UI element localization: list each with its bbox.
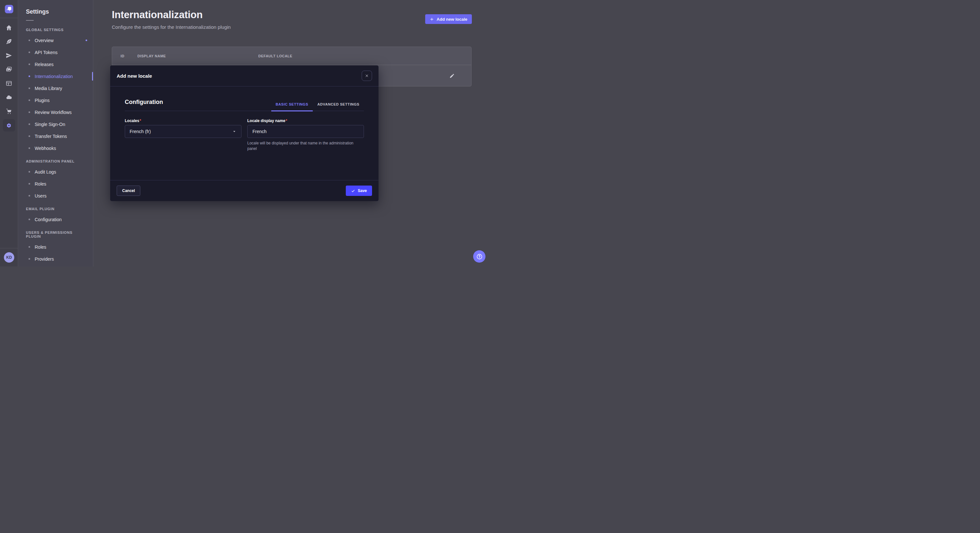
sidebar-item-transfer-tokens[interactable]: Transfer Tokens [18, 130, 93, 142]
sidebar-item-label: Roles [35, 244, 46, 250]
rail-user-section: KD [0, 248, 18, 266]
settings-sidebar: Settings GLOBAL SETTINGSOverviewAPI Toke… [18, 0, 93, 266]
bullet-icon [29, 195, 30, 197]
sidebar-item-label: Plugins [35, 98, 49, 103]
cancel-button[interactable]: Cancel [117, 186, 140, 196]
main-nav-rail: KD [0, 0, 18, 266]
locales-label-text: Locales [125, 119, 139, 123]
chevron-down-icon [232, 129, 237, 134]
bullet-icon [29, 246, 30, 248]
send-icon[interactable] [3, 49, 16, 62]
save-button[interactable]: Save [346, 186, 372, 196]
bullet-icon [29, 63, 30, 65]
layout-icon[interactable] [3, 76, 16, 90]
sidebar-item-label: Webhooks [35, 146, 56, 151]
sidebar-item-label: Configuration [35, 217, 62, 222]
bullet-icon [29, 171, 30, 173]
column-header-id: ID [112, 54, 137, 58]
bullet-icon [29, 258, 30, 260]
sidebar-item-label: Internationalization [35, 74, 73, 79]
add-new-locale-label: Add new locale [436, 17, 467, 22]
sidebar-section-title: EMAIL PLUGIN [18, 202, 93, 211]
sidebar-item-users[interactable]: Users [18, 190, 93, 202]
bullet-icon [29, 148, 30, 149]
sidebar-item-label: Transfer Tokens [35, 134, 67, 139]
rail-divider [0, 18, 18, 18]
sidebar-item-providers[interactable]: Providers [18, 253, 93, 265]
display-name-helper: Locale will be displayed under that name… [247, 141, 364, 152]
sidebar-item-review-workflows[interactable]: Review Workflows [18, 106, 93, 118]
locales-select-value: French (fr) [130, 129, 151, 134]
save-button-label: Save [358, 189, 367, 193]
feather-icon[interactable] [3, 35, 16, 49]
column-header-display-name: DISPLAY NAME [137, 54, 258, 58]
avatar[interactable]: KD [4, 252, 14, 263]
bullet-icon [29, 183, 30, 185]
strapi-logo-icon [5, 5, 13, 13]
settings-tabs: BASIC SETTINGS ADVANCED SETTINGS [271, 102, 364, 111]
page-subtitle: Configure the settings for the Internati… [112, 24, 472, 30]
tab-advanced-settings[interactable]: ADVANCED SETTINGS [313, 102, 364, 111]
locales-label: Locales* [125, 119, 242, 123]
sidebar-item-label: API Tokens [35, 50, 58, 55]
sidebar-item-label: Overview [35, 38, 54, 43]
bullet-icon [29, 219, 30, 220]
sidebar-item-label: Providers [35, 257, 54, 262]
sidebar-item-roles[interactable]: Roles [18, 178, 93, 190]
strapi-logo[interactable] [5, 5, 13, 13]
required-asterisk: * [140, 119, 141, 123]
sidebar-item-configuration[interactable]: Configuration [18, 213, 93, 225]
required-asterisk: * [285, 119, 287, 123]
bullet-icon [29, 99, 30, 101]
pencil-icon [449, 73, 455, 79]
column-header-default-locale: DEFAULT LOCALE [258, 54, 471, 58]
sidebar-title: Settings [26, 8, 85, 15]
check-icon [351, 189, 355, 193]
sidebar-item-plugins[interactable]: Plugins [18, 94, 93, 106]
plus-icon [430, 17, 434, 21]
sidebar-title-underline [26, 20, 34, 21]
cart-icon[interactable] [3, 104, 16, 118]
sidebar-item-label: Single Sign-On [35, 122, 65, 127]
help-button[interactable] [473, 250, 485, 263]
gear-icon[interactable] [3, 119, 15, 132]
sidebar-item-internationalization[interactable]: Internationalization [18, 70, 93, 82]
cloud-icon[interactable] [3, 90, 16, 104]
sidebar-item-roles[interactable]: Roles [18, 241, 93, 253]
sidebar-item-label: Media Library [35, 86, 62, 91]
sidebar-item-overview[interactable]: Overview [18, 34, 93, 46]
sidebar-item-label: Releases [35, 62, 54, 67]
display-name-label: Locale display name* [247, 119, 364, 123]
bullet-icon [29, 51, 30, 53]
page-title: Internationalization [112, 9, 472, 21]
notification-dot [86, 40, 87, 41]
display-name-input[interactable] [247, 125, 364, 138]
sidebar-item-webhooks[interactable]: Webhooks [18, 142, 93, 154]
add-new-locale-modal: Add new locale Configuration BASIC SETTI… [110, 65, 379, 201]
sidebar-item-audit-logs[interactable]: Audit Logs [18, 166, 93, 178]
modal-title: Add new locale [117, 73, 152, 79]
sidebar-item-releases[interactable]: Releases [18, 58, 93, 70]
add-new-locale-button[interactable]: Add new locale [425, 14, 472, 24]
table-header-row: ID DISPLAY NAME DEFAULT LOCALE [112, 47, 471, 65]
bullet-icon [29, 75, 30, 77]
locales-select[interactable]: French (fr) [125, 125, 242, 138]
sidebar-item-label: Audit Logs [35, 169, 56, 174]
modal-footer: Cancel Save [110, 180, 379, 201]
sidebar-item-api-tokens[interactable]: API Tokens [18, 46, 93, 58]
sidebar-section-title: ADMINISTRATION PANEL [18, 154, 93, 164]
sidebar-section-title: GLOBAL SETTINGS [18, 23, 93, 32]
close-button[interactable] [362, 71, 372, 81]
bullet-icon [29, 40, 30, 41]
edit-locale-button[interactable] [447, 71, 457, 81]
home-icon[interactable] [3, 21, 16, 35]
sidebar-item-label: Roles [35, 181, 46, 187]
bullet-icon [29, 135, 30, 137]
sidebar-item-single-sign-on[interactable]: Single Sign-On [18, 118, 93, 130]
tab-basic-settings[interactable]: BASIC SETTINGS [271, 102, 313, 111]
modal-header: Add new locale [110, 65, 379, 86]
images-icon[interactable] [3, 62, 16, 76]
sidebar-item-media-library[interactable]: Media Library [18, 82, 93, 94]
modal-body: Configuration BASIC SETTINGS ADVANCED SE… [110, 86, 379, 180]
configuration-heading: Configuration [125, 99, 163, 111]
